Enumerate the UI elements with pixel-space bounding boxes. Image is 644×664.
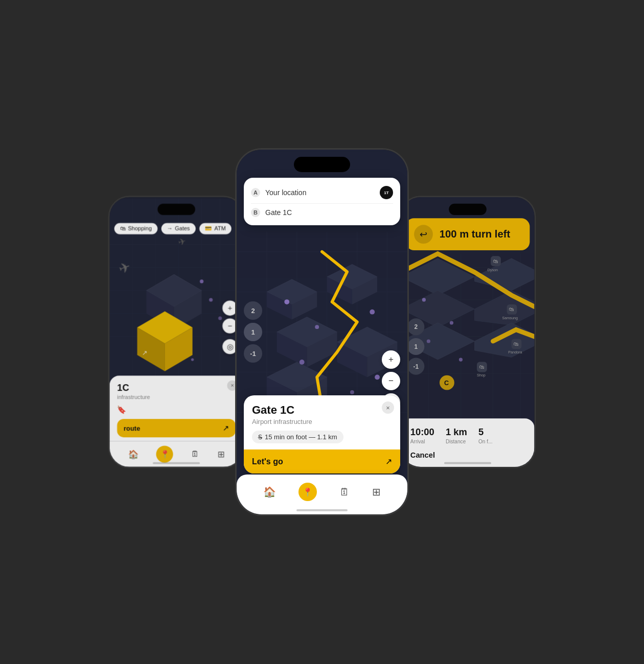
floor-2-button[interactable]: 2: [244, 301, 262, 320]
svg-point-91: [450, 321, 453, 324]
floor-label: On f...: [478, 439, 493, 444]
svg-point-60: [350, 390, 354, 394]
floor-minus1-button[interactable]: -1: [244, 344, 262, 363]
svg-text:Shop: Shop: [477, 373, 486, 377]
svg-text:Dyson: Dyson: [488, 268, 498, 272]
left-card-icons: 🔖: [117, 406, 236, 414]
map-nav-left[interactable]: 📍: [156, 445, 173, 462]
cancel-navigation-button[interactable]: Cancel: [410, 451, 525, 460]
svg-text:🛍: 🛍: [509, 306, 514, 312]
svg-point-90: [422, 298, 426, 301]
svg-point-93: [459, 358, 463, 361]
svg-text:🛍: 🛍: [514, 341, 519, 347]
svg-text:Pandora: Pandora: [508, 350, 522, 354]
floor-buttons-right: 2 1 -1: [407, 319, 424, 375]
arrival-label: Arrival: [410, 439, 434, 444]
right-screen: C 🛍 Dyson 🛍 Samsung 🛍 Pandora 🛍 Shop: [401, 197, 534, 467]
route-point-a: A: [251, 188, 260, 197]
calendar-nav-center[interactable]: 🗓: [339, 486, 350, 498]
right-stats-card: 10:00 Arrival 1 km Distance 5 On f... Ca…: [401, 418, 534, 467]
shopping-filter[interactable]: 🛍 Shopping: [114, 223, 157, 234]
center-card-title: Gate 1C: [252, 404, 392, 417]
home-indicator-center: [296, 509, 348, 511]
svg-point-56: [375, 375, 380, 380]
calendar-nav-left[interactable]: 🗓: [191, 449, 200, 459]
distance-value: 1 km: [446, 427, 467, 438]
left-cta-arrow: ↗: [223, 423, 229, 432]
svg-point-59: [315, 325, 319, 329]
left-phone: ↗ ✈ ✈ Ga... 🛍 Shopping → Gates: [108, 196, 245, 468]
lets-go-button[interactable]: Let's go ↗: [244, 449, 400, 473]
left-info-card: × 1C infrastructure 🔖 route ↗: [109, 376, 243, 441]
home-indicator-right: [444, 462, 491, 464]
svg-point-53: [284, 299, 289, 304]
lets-go-arrow: ↗: [385, 457, 392, 466]
distance-stat: 1 km Distance: [446, 427, 467, 444]
distance-label: Distance: [446, 439, 467, 444]
home-indicator-left: [153, 462, 200, 464]
center-info-card: × Gate 1C Airport infrastructure S̶ 15 m…: [244, 395, 400, 473]
floor-buttons-center: 2 1 -1: [244, 301, 262, 363]
atm-icon: 💳: [205, 225, 212, 232]
route-divider: [251, 203, 393, 204]
lets-go-label: Let's go: [252, 457, 283, 466]
floor-2-right[interactable]: 2: [407, 319, 424, 336]
zoom-out-center-button[interactable]: −: [382, 372, 400, 390]
arrival-value: 10:00: [410, 427, 434, 438]
turn-left-icon: ↩: [414, 225, 433, 244]
walk-icon: S̶: [258, 433, 262, 441]
svg-point-23: [191, 358, 194, 361]
gates-icon: →: [167, 225, 172, 232]
home-nav-center[interactable]: 🏠: [263, 486, 276, 498]
svg-text:C: C: [444, 380, 449, 387]
left-screen: ↗ ✈ ✈ Ga... 🛍 Shopping → Gates: [109, 197, 243, 467]
map-nav-center[interactable]: 📍: [298, 483, 317, 501]
floor-value: 5: [478, 427, 493, 438]
stats-row: 10:00 Arrival 1 km Distance 5 On f...: [410, 427, 525, 444]
floor-1-button[interactable]: 1: [244, 323, 262, 341]
grid-nav-center[interactable]: ⊞: [372, 486, 381, 498]
floor-minus1-right[interactable]: -1: [407, 358, 424, 375]
left-cta-label: route: [124, 424, 140, 432]
route-origin-row: A Your location 1T: [251, 184, 393, 201]
dynamic-island-right: [449, 204, 487, 215]
route-origin-input[interactable]: Your location: [265, 188, 375, 197]
svg-point-92: [427, 339, 430, 343]
route-destination-input[interactable]: Gate 1C: [265, 208, 393, 217]
home-nav-left[interactable]: 🏠: [128, 449, 138, 459]
svg-text:🛍: 🛍: [479, 364, 485, 370]
right-phone: C 🛍 Dyson 🛍 Samsung 🛍 Pandora 🛍 Shop: [400, 196, 536, 468]
svg-text:Samsung: Samsung: [502, 316, 518, 320]
center-card-info-row: S̶ 15 min on foot — 1.1 km: [252, 431, 392, 443]
left-route-button[interactable]: route ↗: [117, 419, 236, 437]
grid-nav-left[interactable]: ⊞: [218, 449, 225, 459]
svg-point-20: [200, 279, 203, 283]
bookmark-icon[interactable]: 🔖: [117, 406, 126, 414]
center-card-subtitle: Airport infrastructure: [252, 418, 392, 425]
svg-point-55: [300, 360, 305, 365]
svg-point-21: [209, 298, 213, 301]
dynamic-island-center: [294, 157, 350, 172]
center-phone: C A Your location 1T: [235, 148, 409, 516]
left-card-title: 1C: [117, 382, 236, 393]
route-search-card: A Your location 1T B Gate 1C: [244, 178, 400, 225]
route-info-text: 15 min on foot — 1.1 km: [265, 433, 337, 441]
floor-1-right[interactable]: 1: [407, 338, 424, 355]
floor-stat: 5 On f...: [478, 427, 493, 444]
turn-banner: ↩ 100 m turn left: [406, 218, 530, 250]
center-card-close-button[interactable]: ×: [382, 401, 394, 414]
svg-text:↗: ↗: [142, 349, 147, 357]
bottom-nav-center: 🏠 📍 🗓 ⊞: [237, 475, 407, 514]
user-avatar: 1T: [380, 186, 393, 199]
svg-point-54: [370, 310, 375, 315]
zoom-in-center-button[interactable]: +: [382, 350, 400, 369]
left-card-subtitle: infrastructure: [117, 394, 236, 400]
center-screen: C A Your location 1T: [237, 150, 407, 514]
turn-text: 100 m turn left: [440, 228, 510, 241]
gates-filter[interactable]: → Gates: [161, 223, 195, 234]
route-destination-row: B Gate 1C: [251, 206, 393, 219]
atm-filter[interactable]: 💳 ATM: [199, 223, 232, 234]
svg-point-22: [218, 316, 222, 320]
route-info-chip: S̶ 15 min on foot — 1.1 km: [252, 431, 343, 443]
svg-text:🛍: 🛍: [493, 258, 498, 264]
